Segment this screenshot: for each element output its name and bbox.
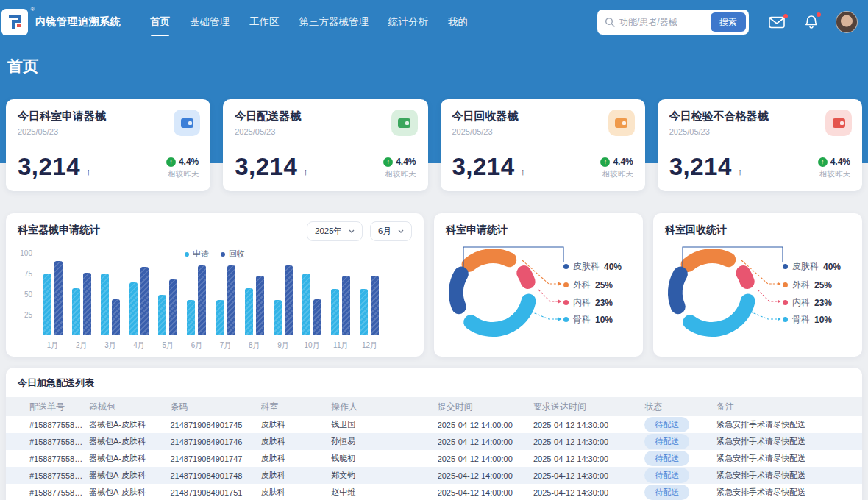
x-tick-label: 10月 [298, 340, 327, 351]
table-row: #158877558874器械包A-皮肤科2148719084901751皮肤科… [6, 484, 862, 500]
bar-group [125, 253, 154, 335]
chevron-down-icon [398, 229, 404, 233]
avatar[interactable] [836, 11, 858, 33]
nav-item-5[interactable]: 我的 [448, 11, 468, 33]
year-select[interactable]: 2025年 [307, 221, 363, 241]
cell-note: 紧急安排手术请尽快配送 [716, 436, 862, 447]
donut-legend-label: 内科 [792, 296, 810, 309]
cell-status: 待配送 [644, 485, 716, 500]
x-tick-label: 6月 [182, 340, 211, 351]
donut-legend-item: 骨科10% [783, 313, 832, 326]
y-tick-label: 25 [18, 311, 32, 319]
brand-title: 内镜管理追溯系统 [35, 15, 121, 29]
up-arrow-icon: ↑ [86, 166, 91, 177]
stat-date: 2025/05/23 [18, 127, 199, 136]
registered-mark: ® [31, 7, 35, 12]
bar-group [355, 253, 384, 335]
donut-card-apply: 科室申请统计 皮肤科40%外科25%内科23%骨科10% [434, 213, 643, 357]
search-button[interactable]: 搜索 [711, 12, 746, 32]
cell-due: 2025-04-12 14:30:00 [533, 471, 644, 480]
donut-legend-label: 骨科 [792, 313, 810, 326]
y-tick-label: 50 [18, 290, 32, 299]
x-tick-label: 7月 [211, 340, 240, 351]
stat-delta-note: 相较昨天 [166, 169, 199, 179]
donut-chart [446, 240, 631, 351]
table-row: #158877558874器械包A-皮肤科2148719084901747皮肤科… [6, 450, 862, 467]
donut-title: 科室申请统计 [446, 224, 631, 237]
cell-submit: 2025-04-12 14:00:00 [438, 421, 533, 429]
bar-回收 [342, 276, 350, 335]
stat-value: 3,214 [235, 153, 297, 181]
donut-legend-label: 外科 [792, 279, 810, 291]
nav-item-0[interactable]: 首页 [150, 11, 170, 33]
cell-note: 紧急安排手术请尽快配送 [716, 453, 862, 464]
delta-up-icon: ↑ [166, 157, 176, 167]
cell-order: #158877558874 [6, 488, 89, 497]
nav-item-2[interactable]: 工作区 [249, 11, 280, 33]
bar-回收 [256, 276, 264, 335]
x-tick-label: 5月 [154, 340, 182, 351]
month-select[interactable]: 6月 [370, 221, 412, 241]
bar-回收 [285, 265, 293, 335]
cell-due: 2025-04-12 14:30:00 [533, 438, 644, 446]
bar-chart-plot [38, 253, 384, 335]
x-tick-label: 2月 [67, 340, 96, 351]
bar-group [154, 253, 182, 335]
status-badge: 待配送 [644, 451, 689, 466]
cell-order: #158877558874 [6, 471, 89, 480]
mail-button[interactable] [769, 16, 785, 29]
bar-申请 [129, 282, 138, 335]
cell-operator: 钱晓初 [331, 453, 437, 464]
bar-回收 [112, 299, 120, 335]
donut-legend-value: 25% [814, 280, 832, 290]
donut-legend-label: 骨科 [573, 313, 591, 326]
bar-chart-card: 科室器械申请统计 2025年 6月 申请回收 100755025 1月2月3 [6, 213, 424, 357]
stat-delta-note: 相较昨天 [600, 169, 633, 179]
status-badge: 待配送 [644, 417, 689, 432]
stat-title: 今日检验不合格器械 [669, 110, 850, 124]
cell-operator: 钱卫国 [331, 419, 437, 430]
cell-due: 2025-04-12 14:30:00 [533, 421, 644, 429]
content: 今日科室申请器械2025/05/233,214↑↑4.4%相较昨天今日配送器械2… [0, 99, 868, 500]
app-root: ® 内镜管理追溯系统 首页基础管理工作区第三方器械管理统计分析我的 搜索 [0, 0, 868, 500]
bar-申请 [158, 295, 166, 335]
delta-up-icon: ↑ [818, 157, 828, 167]
column-header: 配送单号 [6, 401, 89, 413]
bar-group [268, 253, 297, 335]
up-arrow-icon: ↑ [303, 166, 308, 177]
donut-legend-value: 10% [595, 315, 613, 325]
nav-item-3[interactable]: 第三方器械管理 [299, 11, 369, 33]
mail-icon [769, 16, 785, 29]
stat-value: 3,214 [669, 153, 732, 181]
search-input[interactable] [619, 17, 706, 27]
bar-group [240, 253, 268, 335]
bar-chart: 申请回收 100755025 1月2月3月4月5月6月7月8月9月10月11月1… [18, 247, 412, 355]
bell-notification-dot [817, 12, 821, 17]
stat-title: 今日科室申请器械 [18, 110, 199, 124]
brand: ® 内镜管理追溯系统 [0, 9, 121, 35]
cell-status: 待配送 [644, 451, 716, 466]
donut-legend-label: 内科 [573, 296, 591, 309]
stat-delta-note: 相较昨天 [383, 169, 416, 179]
nav-item-1[interactable]: 基础管理 [190, 11, 230, 33]
status-badge: 待配送 [644, 485, 689, 500]
cell-status: 待配送 [644, 434, 716, 449]
table-header-row: 配送单号器械包条码科室操作人提交时间要求送达时间状态备注 [6, 397, 862, 416]
bar-group [67, 253, 96, 335]
table-title: 今日加急配送列表 [6, 376, 862, 397]
delta-up-icon: ↑ [383, 157, 393, 167]
stat-delta: 4.4% [396, 157, 416, 167]
up-arrow-icon: ↑ [738, 166, 743, 177]
cell-due: 2025-04-12 14:30:00 [533, 488, 644, 497]
stat-date: 2025/05/23 [235, 127, 416, 136]
donut-legend-label: 皮肤科 [792, 260, 819, 273]
nav-item-4[interactable]: 统计分析 [388, 11, 428, 33]
x-tick-label: 1月 [38, 340, 67, 351]
x-tick-label: 11月 [327, 340, 355, 351]
x-tick-label: 9月 [268, 340, 297, 351]
column-header: 状态 [644, 401, 716, 413]
x-tick-label: 4月 [125, 340, 154, 351]
bell-button[interactable] [805, 15, 818, 29]
table-body: #158877558874器械包A-皮肤科2148719084901745皮肤科… [6, 416, 862, 500]
cell-dept: 皮肤科 [261, 487, 331, 498]
